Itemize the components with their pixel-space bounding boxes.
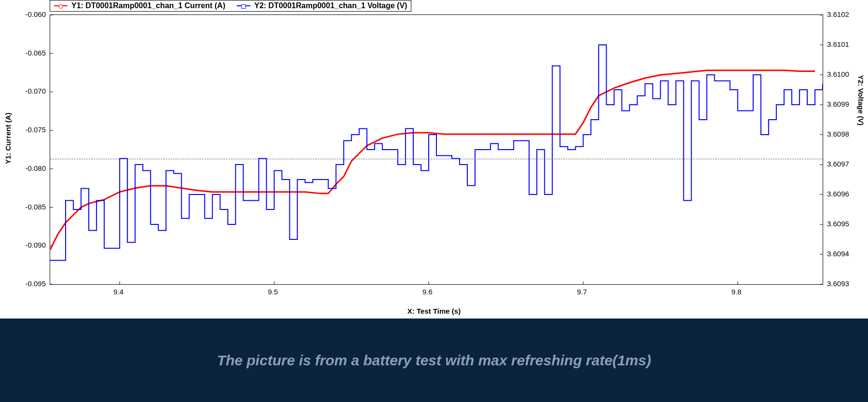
plot-area[interactable] <box>50 14 823 285</box>
caption-bar: The picture is from a battery test with … <box>0 319 868 402</box>
legend-item-y1: Y1: DT0001Ramp0001_chan_1 Current (A) <box>54 1 225 10</box>
y1-tick: -0.075 <box>25 125 46 134</box>
legend-label-y2: Y2: DT0001Ramp0001_chan_1 Voltage (V) <box>254 1 407 10</box>
x-tick: 9.6 <box>422 288 433 296</box>
caption-text: The picture is from a battery test with … <box>217 352 651 369</box>
y1-tick: -0.085 <box>25 203 46 211</box>
y2-tick: 3.6098 <box>827 130 849 138</box>
y1-tick: -0.080 <box>25 164 46 172</box>
y2-tick: 3.6100 <box>827 70 849 78</box>
y2-axis-label: Y2: Voltage (V) <box>857 75 865 125</box>
x-tick: 9.7 <box>577 288 587 296</box>
y1-tick: -0.070 <box>25 87 46 95</box>
x-tick: 9.4 <box>113 288 123 296</box>
y1-tick: -0.095 <box>25 279 46 288</box>
legend-swatch-blue-icon <box>237 5 250 6</box>
chart-container: Y1: DT0001Ramp0001_chan_1 Current (A) Y2… <box>0 0 868 319</box>
y1-tick: -0.065 <box>25 49 46 57</box>
y2-tick: 3.6094 <box>827 250 849 258</box>
legend-item-y2: Y2: DT0001Ramp0001_chan_1 Voltage (V) <box>237 1 407 10</box>
y1-tick: -0.090 <box>25 241 46 249</box>
y2-tick: 3.6095 <box>827 220 849 228</box>
y2-tick: 3.6102 <box>827 10 849 18</box>
y2-tick: 3.6099 <box>827 100 849 108</box>
x-axis-label: X: Test Time (s) <box>0 307 868 315</box>
y1-tick: -0.060 <box>25 10 46 18</box>
x-tick: 9.8 <box>732 288 742 296</box>
y2-tick: 3.6093 <box>827 279 849 288</box>
y2-tick: 3.6101 <box>827 40 849 48</box>
y2-tick: 3.6096 <box>827 190 849 198</box>
y2-tick: 3.6097 <box>827 160 849 168</box>
x-tick: 9.5 <box>268 288 278 296</box>
legend-label-y1: Y1: DT0001Ramp0001_chan_1 Current (A) <box>71 1 225 10</box>
legend-swatch-red-icon <box>54 5 68 6</box>
legend: Y1: DT0001Ramp0001_chan_1 Current (A) Y2… <box>50 0 411 12</box>
y1-axis-label: Y1: Current (A) <box>4 112 12 164</box>
